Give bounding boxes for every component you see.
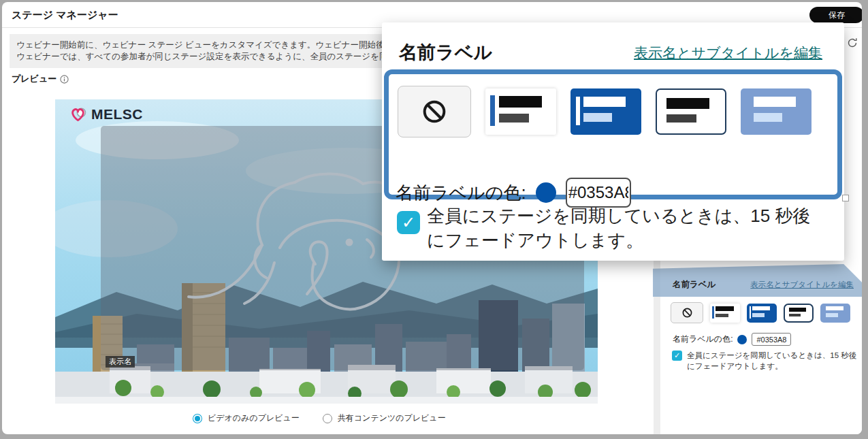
label-style-translucent-option[interactable] [820,304,850,323]
name-label-magnified-popup: 名前ラベル 表示名とサブタイトルを編集 [382,22,844,261]
stage-manager-window: ステージ マネージャー 保存 ウェビナー開始前に、ウェビナー ステージ ビューを… [2,2,862,434]
sidebar-sync-fade-checkbox[interactable]: ✓ [672,351,682,361]
refresh-icon[interactable] [846,37,858,49]
label-style-accent-filled-option[interactable] [570,88,641,135]
label-style-plain-option[interactable] [784,304,814,323]
page-title: ステージ マネージャー [12,9,118,22]
label-style-accent-light-option[interactable] [710,304,740,323]
popup-sync-fade-text: 全員にステージを同期しているときは、15 秒後 にフェードアウトします。 [427,204,810,253]
popup-label-style-options [398,86,811,137]
popup-edit-display-name-link[interactable]: 表示名とサブタイトルを編集 [634,44,822,63]
radio-video-selected[interactable] [193,414,202,423]
resize-handle[interactable] [842,195,849,201]
heart-logo-icon [69,106,87,123]
info-icon[interactable] [60,75,69,84]
preview-heading: プレビュー [12,73,69,85]
save-button[interactable]: 保存 [809,7,862,23]
popup-sync-fade-checkbox[interactable]: ✓ [397,211,420,234]
label-style-accent-filled-option[interactable] [747,304,777,323]
label-style-accent-light-option[interactable] [485,88,556,135]
sidebar-edit-display-name-link[interactable]: 表示名とサブタイトルを編集 [750,280,854,290]
popup-color-swatch[interactable] [536,182,556,203]
radio-group-content[interactable]: 共有コンテンツのプレビュー [323,412,446,424]
preview-mode-radios: ビデオのみのプレビュー 共有コンテンツのプレビュー [193,412,446,424]
sidebar-name-label-title: 名前ラベル [673,279,716,291]
popup-name-label-title: 名前ラベル [399,40,492,65]
display-name-tag: 表示名 [106,356,135,368]
radio-content-unselected[interactable] [323,414,332,423]
sidebar-name-label-header: 名前ラベル 表示名とサブタイトルを編集 [673,279,854,291]
label-style-none-option[interactable] [398,86,471,137]
no-entry-icon [681,307,693,319]
sidebar-color-hex-input[interactable] [752,333,791,346]
sidebar-sync-fade-row: ✓ 全員にステージを同期しているときは、15 秒後 にフェードアウトします。 [672,350,856,372]
no-entry-icon [421,98,448,125]
popup-sync-fade-row: ✓ 全員にステージを同期しているときは、15 秒後 にフェードアウトします。 [397,204,810,253]
sidebar-color-swatch[interactable] [737,335,747,344]
sidebar-sync-fade-line1: 全員にステージを同期しているときは、15 秒後 [687,351,856,359]
popup-color-label: 名前ラベルの色: [396,181,526,205]
preview-heading-label: プレビュー [12,73,57,85]
label-style-none-option[interactable] [671,302,703,323]
popup-sync-fade-line2: にフェードアウトします。 [427,230,643,250]
label-style-plain-option[interactable] [656,88,726,135]
radio-content-label: 共有コンテンツのプレビュー [338,412,446,424]
sidebar-label-style-options [671,302,850,323]
brand-logo: MELSC [69,106,143,123]
radio-group-video[interactable]: ビデオのみのプレビュー [193,412,300,424]
brand-name: MELSC [91,106,143,123]
sidebar-color-label: 名前ラベルの色: [673,334,733,345]
sidebar-sync-fade-text: 全員にステージを同期しているときは、15 秒後 にフェードアウトします。 [687,350,856,372]
label-style-translucent-option[interactable] [741,88,811,135]
sidebar-name-label-color-row: 名前ラベルの色: [673,333,791,346]
radio-video-label: ビデオのみのプレビュー [208,412,300,424]
popup-sync-fade-line1: 全員にステージを同期しているときは、15 秒後 [427,206,810,226]
sidebar-sync-fade-line2: にフェードアウトします。 [687,362,783,370]
